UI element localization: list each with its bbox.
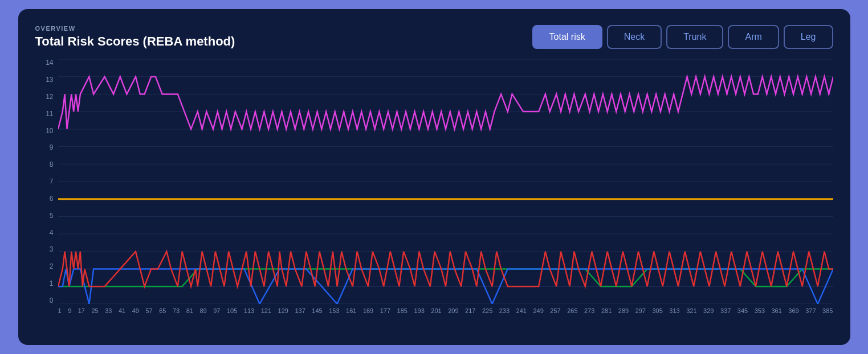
x-label-97: 97 (213, 307, 220, 314)
x-label-353: 353 (755, 307, 765, 314)
x-label-113: 113 (244, 307, 254, 314)
x-label-345: 345 (737, 307, 748, 314)
x-label-193: 193 (414, 307, 424, 314)
y-label-0: 0 (35, 297, 58, 304)
x-label-161: 161 (346, 307, 356, 314)
x-label-329: 329 (703, 307, 714, 314)
x-label-337: 337 (720, 307, 731, 314)
x-label-81: 81 (186, 307, 193, 314)
btn-neck[interactable]: Neck (607, 25, 662, 49)
x-label-273: 273 (584, 307, 594, 314)
y-axis: 0 1 2 3 4 5 6 7 8 9 10 11 12 13 14 (35, 59, 58, 304)
x-label-313: 313 (669, 307, 679, 314)
main-card: OVERVIEW Total Risk Scores (REBA method)… (18, 9, 850, 345)
y-label-14: 14 (35, 59, 58, 66)
y-label-11: 11 (35, 110, 58, 117)
x-label-377: 377 (805, 307, 816, 314)
y-label-12: 12 (35, 93, 58, 100)
btn-arm[interactable]: Arm (728, 25, 779, 49)
card-header: OVERVIEW Total Risk Scores (REBA method)… (35, 25, 833, 49)
y-label-6: 6 (35, 195, 58, 202)
y-label-4: 4 (35, 229, 58, 236)
x-label-233: 233 (499, 307, 510, 314)
x-label-65: 65 (159, 307, 166, 314)
x-label-137: 137 (295, 307, 305, 314)
x-label-25: 25 (92, 307, 99, 314)
y-label-1: 1 (35, 280, 58, 287)
x-label-385: 385 (822, 307, 833, 314)
x-label-145: 145 (312, 307, 322, 314)
x-label-129: 129 (278, 307, 288, 314)
btn-total-risk[interactable]: Total risk (532, 25, 602, 49)
x-label-209: 209 (448, 307, 458, 314)
x-label-57: 57 (146, 307, 153, 314)
x-label-225: 225 (482, 307, 492, 314)
x-label-89: 89 (200, 307, 207, 314)
x-label-369: 369 (788, 307, 798, 314)
chart-area: 0 1 2 3 4 5 6 7 8 9 10 11 12 13 14 (35, 59, 833, 321)
x-label-105: 105 (227, 307, 237, 314)
x-labels: 1 9 17 25 33 41 49 57 65 73 81 89 97 105… (58, 307, 833, 314)
filter-button-group: Total risk Neck Trunk Arm Leg (532, 25, 833, 49)
page-title: Total Risk Scores (REBA method) (35, 34, 235, 49)
x-label-9: 9 (68, 307, 71, 314)
x-label-249: 249 (533, 307, 543, 314)
overline-label: OVERVIEW (35, 25, 235, 32)
x-label-73: 73 (173, 307, 180, 314)
y-label-9: 9 (35, 144, 58, 151)
chart-svg (58, 59, 833, 304)
x-label-289: 289 (618, 307, 629, 314)
x-label-257: 257 (550, 307, 560, 314)
x-label-49: 49 (132, 307, 139, 314)
x-label-361: 361 (772, 307, 782, 314)
x-label-241: 241 (516, 307, 527, 314)
x-label-121: 121 (261, 307, 271, 314)
y-label-3: 3 (35, 246, 58, 253)
x-label-297: 297 (635, 307, 646, 314)
y-label-13: 13 (35, 76, 58, 83)
y-label-2: 2 (35, 263, 58, 270)
x-label-169: 169 (363, 307, 373, 314)
x-label-41: 41 (119, 307, 125, 314)
y-label-7: 7 (35, 178, 58, 185)
y-label-10: 10 (35, 127, 58, 134)
x-label-1: 1 (58, 307, 62, 314)
btn-leg[interactable]: Leg (784, 25, 833, 49)
x-label-153: 153 (329, 307, 339, 314)
x-label-185: 185 (397, 307, 407, 314)
btn-trunk[interactable]: Trunk (666, 25, 723, 49)
x-axis: 1 9 17 25 33 41 49 57 65 73 81 89 97 105… (58, 307, 833, 321)
x-label-17: 17 (78, 307, 85, 314)
x-label-305: 305 (652, 307, 662, 314)
y-label-5: 5 (35, 212, 58, 219)
x-label-281: 281 (601, 307, 612, 314)
x-label-217: 217 (465, 307, 475, 314)
x-label-201: 201 (431, 307, 441, 314)
x-label-321: 321 (686, 307, 696, 314)
y-label-8: 8 (35, 161, 58, 168)
x-label-33: 33 (105, 307, 112, 314)
x-label-177: 177 (380, 307, 390, 314)
title-block: OVERVIEW Total Risk Scores (REBA method) (35, 25, 235, 49)
x-label-265: 265 (567, 307, 577, 314)
plot-area (58, 59, 833, 304)
